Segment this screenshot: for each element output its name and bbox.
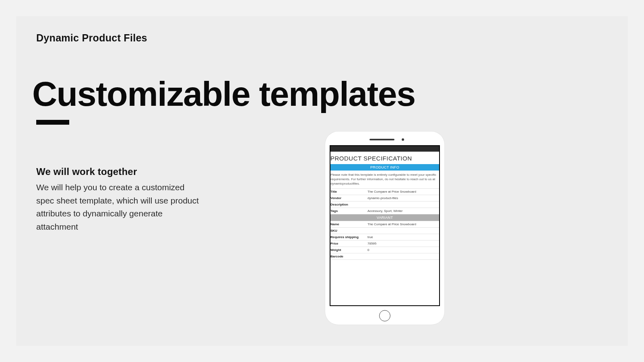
- table-cell-key: Requires shipping: [330, 234, 367, 241]
- table-cell-value: [367, 202, 439, 208]
- table-cell-key: Title: [330, 189, 367, 195]
- table-cell-value: true: [367, 234, 439, 241]
- table-cell-value: 78595: [367, 241, 439, 247]
- table-cell-key: Barcode: [330, 253, 367, 260]
- variant-table: NameThe Compare at Price SnowboardSKUReq…: [330, 221, 439, 260]
- product-info-table: TitleThe Compare at Price SnowboardVendo…: [330, 188, 439, 214]
- body-copy: We will help you to create a customized …: [36, 181, 201, 233]
- phone-mockup: PRODUCT SPECIFICATION PRODUCT INFO Pleas…: [325, 132, 444, 325]
- table-cell-key: Price: [330, 241, 367, 247]
- slide: Dynamic Product Files Customizable templ…: [16, 16, 628, 346]
- phone-camera-icon: [402, 138, 404, 141]
- table-cell-key: Tags: [330, 208, 367, 214]
- phone-statusbar: [330, 146, 439, 152]
- table-cell-value: dynamic-product-files: [367, 195, 439, 202]
- table-row: TagsAccessory, Sport, Winter: [330, 208, 439, 214]
- table-row: Vendordynamic-product-files: [330, 195, 439, 202]
- table-row: Weight0: [330, 247, 439, 253]
- table-row: TitleThe Compare at Price Snowboard: [330, 189, 439, 195]
- table-row: SKU: [330, 228, 439, 234]
- table-cell-value: The Compare at Price Snowboard: [367, 189, 439, 195]
- table-cell-value: Accessory, Sport, Winter: [367, 208, 439, 214]
- phone-home-button-icon: [379, 310, 390, 321]
- table-cell-key: Name: [330, 221, 367, 228]
- table-row: Barcode: [330, 253, 439, 260]
- phone-speaker-icon: [369, 139, 394, 140]
- table-cell-key: SKU: [330, 228, 367, 234]
- brand-name: Dynamic Product Files: [36, 32, 147, 44]
- headline-underline: [36, 120, 69, 125]
- table-cell-key: Vendor: [330, 195, 367, 202]
- headline: Customizable templates: [32, 76, 415, 111]
- table-row: Requires shippingtrue: [330, 234, 439, 241]
- table-cell-key: Description: [330, 202, 367, 208]
- spec-sheet-title: PRODUCT SPECIFICATION: [330, 152, 439, 164]
- table-cell-value: [367, 228, 439, 234]
- phone-screen: PRODUCT SPECIFICATION PRODUCT INFO Pleas…: [330, 145, 440, 306]
- table-cell-value: The Compare at Price Snowboard: [367, 221, 439, 228]
- section-band-variant: VARIANT: [330, 214, 439, 221]
- table-cell-value: 0: [367, 247, 439, 253]
- table-row: NameThe Compare at Price Snowboard: [330, 221, 439, 228]
- subheading: We will work together: [36, 166, 137, 177]
- spec-note: Please note that this template is entire…: [330, 171, 439, 188]
- section-band-product-info: PRODUCT INFO: [330, 164, 439, 171]
- table-cell-key: Weight: [330, 247, 367, 253]
- table-row: Price78595: [330, 241, 439, 247]
- table-cell-value: [367, 253, 439, 260]
- table-row: Description: [330, 202, 439, 208]
